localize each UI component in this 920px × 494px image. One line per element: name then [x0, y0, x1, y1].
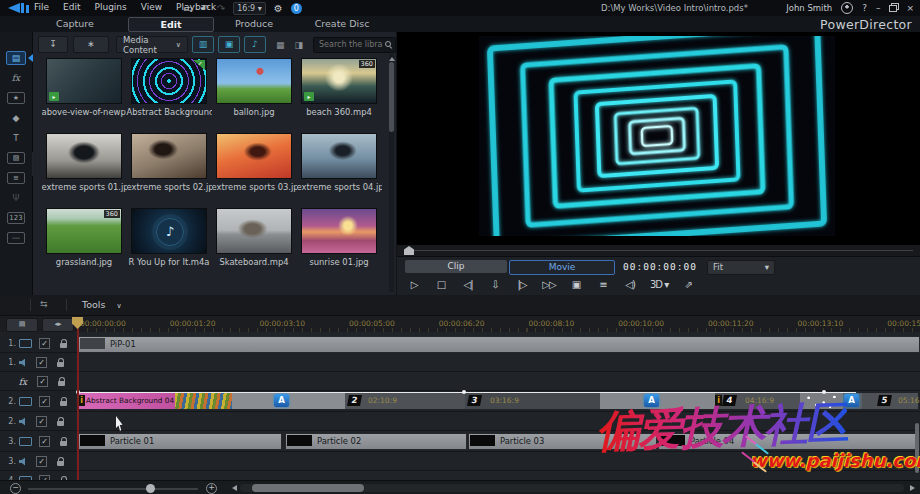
previous-frame-button[interactable]: ◁|: [461, 279, 475, 290]
timeline-ruler[interactable]: 00:00:00:0000:00:01:2000:00:03:1000:00:0…: [0, 316, 920, 333]
select-mode-icon[interactable]: ▭: [183, 3, 192, 14]
aspect-ratio-dropdown[interactable]: 16:9 ▾: [233, 2, 266, 15]
audio-mixing-room[interactable]: ≡: [0, 168, 32, 187]
track-lock-icon[interactable]: [60, 401, 67, 406]
media-room[interactable]: ▤: [0, 48, 32, 67]
subtitle-room[interactable]: ---: [0, 228, 32, 247]
menu-plugins[interactable]: Plugins: [95, 2, 127, 12]
scrollbar-thumb[interactable]: [252, 484, 364, 492]
timeline-clip-particle[interactable]: Particle 04: [658, 433, 920, 450]
media-item[interactable]: Skateboard.mp4: [212, 208, 297, 267]
media-item[interactable]: extreme sports 01.jpg: [42, 133, 127, 192]
restore-button[interactable]: [889, 5, 897, 12]
close-button[interactable]: ×: [906, 3, 914, 13]
title-transition-icon[interactable]: A: [644, 394, 659, 407]
timeline-zoom-slider[interactable]: [28, 488, 198, 490]
zoom-slider-handle[interactable]: [146, 484, 155, 493]
track-enable-checkbox[interactable]: ✓: [39, 338, 50, 349]
timeline-marker-button[interactable]: ◂▸: [42, 318, 74, 332]
timecode-display[interactable]: 00:00:00:00: [623, 261, 697, 272]
timeline-view-button[interactable]: ▤: [6, 318, 38, 332]
search-input[interactable]: [317, 39, 385, 50]
filter-music-button[interactable]: ♪: [244, 36, 266, 53]
seek-button[interactable]: ⇩: [488, 279, 502, 290]
selection-handle[interactable]: [462, 390, 466, 394]
track-lock-icon[interactable]: [57, 362, 64, 367]
transition-room[interactable]: ▨: [0, 148, 32, 167]
track-lock-icon[interactable]: [60, 343, 67, 348]
tools-dropdown[interactable]: Tools ∨: [82, 299, 122, 310]
track-lock-icon[interactable]: [57, 421, 64, 426]
media-item[interactable]: ▸above-view-of-newp...: [42, 58, 127, 117]
library-dropdown[interactable]: Media Content∨: [116, 36, 188, 53]
track-lock-icon[interactable]: [57, 461, 64, 466]
clip-info-icon[interactable]: i: [78, 395, 85, 406]
timeline-clip-particle[interactable]: Particle 02: [285, 433, 467, 450]
selection-handle[interactable]: [822, 390, 826, 394]
3d-button[interactable]: 3D ▾: [650, 279, 668, 290]
title-transition-icon[interactable]: A: [274, 394, 289, 407]
fast-forward-button[interactable]: ▷▷: [542, 279, 556, 290]
menu-file[interactable]: File: [34, 2, 49, 12]
track-lock-icon[interactable]: [58, 381, 65, 386]
import-media-button[interactable]: ↧: [38, 36, 68, 53]
media-scrollbar[interactable]: [389, 54, 394, 292]
zoom-fit-dropdown[interactable]: Fit▾: [707, 260, 775, 275]
tab-capture[interactable]: Capture: [30, 17, 120, 30]
voiceover-room[interactable]: Ψ: [0, 188, 32, 207]
clip-abstract-waveform[interactable]: [175, 393, 232, 409]
track-enable-checkbox[interactable]: ✓: [39, 436, 50, 447]
track-enable-checkbox[interactable]: ✓: [36, 357, 47, 368]
tab-edit[interactable]: Edit: [128, 17, 214, 32]
gear-icon[interactable]: ⚙: [274, 3, 283, 14]
play-button[interactable]: ▷: [407, 279, 421, 290]
next-frame-button[interactable]: |▷: [515, 279, 529, 290]
user-name[interactable]: John Smith: [786, 3, 832, 13]
media-item[interactable]: sunrise 01.jpg: [297, 208, 382, 267]
effect-room[interactable]: fx: [0, 68, 32, 87]
timeline-clip-particle[interactable]: Particle 03: [468, 433, 657, 450]
scroll-up-icon[interactable]: [389, 54, 395, 61]
media-item[interactable]: ballon.jpg: [212, 58, 297, 117]
timeline-clip-particle[interactable]: Particle 01: [78, 433, 282, 450]
clip-info-icon[interactable]: i: [715, 395, 722, 406]
grid-view-button[interactable]: ▦: [276, 40, 285, 50]
seek-handle[interactable]: [404, 246, 414, 255]
title-room[interactable]: T: [0, 128, 32, 147]
movie-mode-button[interactable]: Movie: [509, 260, 615, 275]
undock-button[interactable]: ⇗: [681, 279, 695, 290]
clip-mode-button[interactable]: Clip: [405, 260, 507, 273]
filter-video-button[interactable]: ▥: [192, 36, 214, 53]
detail-view-button[interactable]: ◨: [294, 40, 303, 50]
menu-edit[interactable]: Edit: [63, 2, 80, 12]
user-avatar[interactable]: [841, 2, 853, 14]
preview-quality-button[interactable]: ≡: [596, 279, 610, 290]
media-item[interactable]: ♪R You Up for It.m4a: [127, 208, 212, 267]
snapshot-button[interactable]: ▣: [569, 279, 583, 290]
tab-create-disc[interactable]: Create Disc: [296, 17, 388, 30]
stop-button[interactable]: □: [434, 279, 448, 290]
media-item[interactable]: extreme sports 02.jpg: [127, 133, 212, 192]
scrollbar-thumb[interactable]: [389, 62, 394, 132]
vertical-scrollbar-thumb[interactable]: [915, 423, 919, 473]
chapter-room[interactable]: 123: [0, 208, 32, 227]
plugin-button[interactable]: ∗: [73, 36, 109, 53]
clip-abstract-background[interactable]: Abstract Background 04: [78, 393, 175, 409]
search-box[interactable]: [313, 37, 396, 53]
track-enable-checkbox[interactable]: ✓: [37, 376, 48, 387]
particle-effect-segment[interactable]: [800, 393, 843, 409]
zoom-in-button[interactable]: +: [206, 483, 217, 494]
help-button[interactable]: ?: [862, 3, 867, 13]
filter-photo-button[interactable]: ▣: [218, 36, 240, 53]
title-transition-icon[interactable]: A: [844, 394, 859, 407]
pip-objects-room[interactable]: ★: [0, 88, 32, 107]
title-clip-3[interactable]: [465, 393, 600, 409]
undo-icon[interactable]: ↶: [200, 3, 208, 14]
media-item[interactable]: 360▸beach 360.mp4: [297, 58, 382, 117]
track-enable-checkbox[interactable]: ✓: [36, 456, 47, 467]
scroll-right-icon[interactable]: [910, 485, 918, 491]
tab-produce[interactable]: Produce: [212, 17, 296, 30]
track-enable-checkbox[interactable]: ✓: [39, 396, 50, 407]
redo-icon[interactable]: ↷: [217, 3, 225, 14]
volume-button[interactable]: ◁): [623, 279, 637, 290]
